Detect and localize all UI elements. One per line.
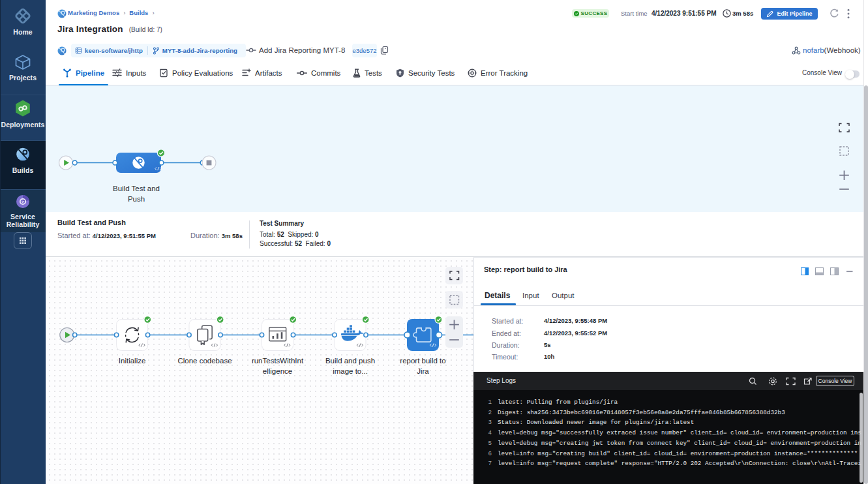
svg-text:Build and push: Build and push <box>325 357 375 365</box>
svg-text:Jira: Jira <box>417 367 429 375</box>
svg-text:elligence: elligence <box>263 367 292 375</box>
svg-text:runTestsWithInt: runTestsWithInt <box>252 357 304 365</box>
svg-text:Initialize: Initialize <box>119 357 146 365</box>
svg-text:Build Test and: Build Test and <box>113 185 160 192</box>
svg-text:image to...: image to... <box>333 367 368 375</box>
svg-text:Push: Push <box>128 195 145 203</box>
svg-text:Clone codebase: Clone codebase <box>177 357 232 365</box>
svg-text:report build to: report build to <box>400 357 445 365</box>
